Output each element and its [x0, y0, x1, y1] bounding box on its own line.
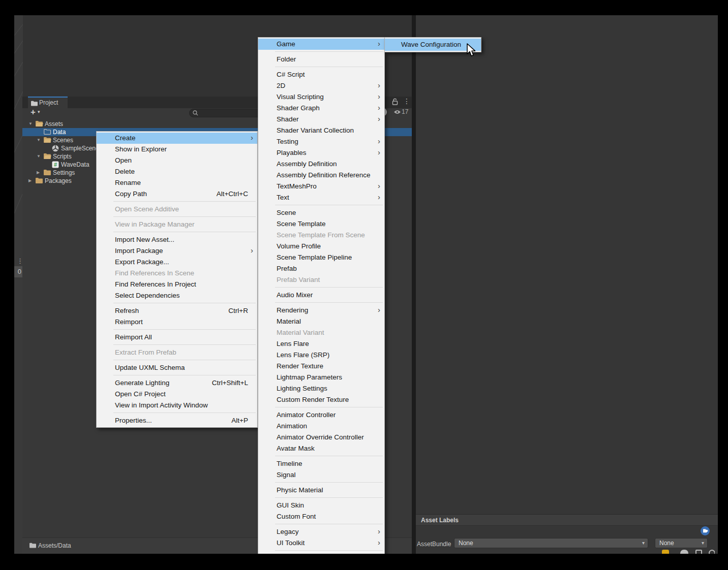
- menu-item-physic-material[interactable]: Physic Material: [258, 485, 384, 496]
- folder-icon: [31, 101, 38, 106]
- foldout-collapsed-icon[interactable]: ▶: [28, 178, 32, 183]
- window-frame-top: [0, 0, 728, 15]
- menu-item-label: Properties...: [115, 417, 152, 424]
- menu-item-game[interactable]: Game›: [258, 39, 384, 50]
- menu-item-shortcut: Ctrl+R: [228, 305, 248, 316]
- menu-item-create[interactable]: Create›: [97, 133, 257, 144]
- menu-item-find-references-in-project[interactable]: Find References In Project: [97, 279, 257, 290]
- menu-item-custom-render-texture[interactable]: Custom Render Texture: [258, 394, 384, 405]
- submenu-chevron-icon: ›: [378, 38, 380, 49]
- menu-item-import-package[interactable]: Import Package›: [97, 245, 257, 257]
- menu-item-lens-flare-srp[interactable]: Lens Flare (SRP): [258, 350, 384, 361]
- foldout-expanded-icon[interactable]: ▼: [37, 154, 41, 159]
- menu-item-textmeshpro[interactable]: TextMeshPro›: [258, 181, 384, 192]
- menu-item-signal[interactable]: Signal: [258, 469, 384, 481]
- menu-separator: [275, 482, 383, 483]
- menu-item-label: Material: [277, 318, 301, 325]
- menu-item-legacy[interactable]: Legacy›: [258, 526, 384, 537]
- menu-item-animator-controller[interactable]: Animator Controller: [258, 409, 384, 421]
- menu-item-label: View in Package Manager: [115, 220, 195, 228]
- menu-item-2d[interactable]: 2D›: [258, 80, 384, 91]
- menu-item-properties[interactable]: Properties...Alt+P: [97, 415, 257, 426]
- menu-item-assembly-definition-reference[interactable]: Assembly Definition Reference: [258, 170, 384, 181]
- menu-item-playables[interactable]: Playables›: [258, 147, 384, 159]
- menu-item-custom-font[interactable]: Custom Font: [258, 511, 384, 522]
- menu-item-refresh[interactable]: RefreshCtrl+R: [97, 305, 257, 316]
- folder-closed-icon: [44, 169, 51, 175]
- menu-item-reimport-all[interactable]: Reimport All: [97, 332, 257, 343]
- foldout-expanded-icon[interactable]: ▼: [28, 121, 33, 126]
- menu-item-animation[interactable]: Animation: [258, 421, 384, 432]
- menu-item-shader-variant-collection[interactable]: Shader Variant Collection: [258, 125, 384, 136]
- menu-item-scene-template-pipeline[interactable]: Scene Template Pipeline: [258, 252, 384, 263]
- menu-item-export-package[interactable]: Export Package...: [97, 257, 257, 268]
- menu-item-timeline[interactable]: Timeline: [258, 458, 384, 469]
- menu-item-reimport[interactable]: Reimport: [97, 316, 257, 328]
- assetbundle-variant-dropdown[interactable]: None ▾: [655, 538, 708, 548]
- menu-item-testing[interactable]: Testing›: [258, 136, 384, 147]
- menu-item-shader[interactable]: Shader›: [258, 114, 384, 125]
- menu-item-rendering[interactable]: Rendering›: [258, 305, 384, 316]
- menu-separator: [113, 201, 256, 202]
- assetbundle-dropdown-value: None: [459, 540, 473, 547]
- menu-item-label: Scene: [277, 209, 296, 216]
- menu-item-scene-template[interactable]: Scene Template: [258, 218, 384, 230]
- menu-item-select-dependencies[interactable]: Select Dependencies: [97, 290, 257, 301]
- menu-separator: [275, 51, 383, 52]
- menu-item-update-uxml-schema[interactable]: Update UXML Schema: [97, 362, 257, 373]
- eye-icon[interactable]: [394, 110, 401, 114]
- tag-badge-icon[interactable]: [701, 526, 710, 535]
- menu-item-visual-scripting[interactable]: Visual Scripting›: [258, 91, 384, 103]
- menu-item-open-c-project[interactable]: Open C# Project: [97, 389, 257, 400]
- menu-item-rename[interactable]: Rename: [97, 177, 257, 188]
- menu-item-material[interactable]: Material: [258, 316, 384, 327]
- menu-item-import-new-asset[interactable]: Import New Asset...: [97, 234, 257, 245]
- add-asset-button[interactable]: +: [31, 107, 36, 117]
- menu-item-render-texture[interactable]: Render Texture: [258, 361, 384, 372]
- add-caret-icon[interactable]: ▾: [38, 109, 40, 114]
- menu-item-delete[interactable]: Delete: [97, 166, 257, 177]
- menu-item-assembly-definition[interactable]: Assembly Definition: [258, 159, 384, 170]
- menu-item-animator-override-controller[interactable]: Animator Override Controller: [258, 432, 384, 443]
- menu-item-open[interactable]: Open: [97, 155, 257, 166]
- menu-item-show-in-explorer[interactable]: Show in Explorer: [97, 144, 257, 155]
- menu-item-label: Import New Asset...: [115, 236, 174, 243]
- left-panel-sliver: ⋮ 0: [14, 15, 23, 554]
- menu-item-shader-graph[interactable]: Shader Graph›: [258, 103, 384, 114]
- menu-item-c-script[interactable]: C# Script: [258, 69, 384, 80]
- menu-separator: [275, 67, 383, 67]
- menu-item-scene[interactable]: Scene: [258, 207, 384, 218]
- menu-item-text[interactable]: Text›: [258, 192, 384, 203]
- menu-item-label: Find References In Scene: [115, 269, 194, 277]
- menu-item-prefab[interactable]: Prefab: [258, 263, 384, 274]
- menu-item-volume-profile[interactable]: Volume Profile: [258, 241, 384, 252]
- lock-open-icon[interactable]: [392, 98, 398, 106]
- menu-item-label: Scene Template Pipeline: [277, 254, 352, 261]
- kebab-menu-icon[interactable]: ⋮: [403, 97, 410, 105]
- menu-item-copy-path[interactable]: Copy PathAlt+Ctrl+C: [97, 188, 257, 200]
- menu-item-ui-toolkit[interactable]: UI Toolkit›: [258, 537, 384, 549]
- refresh-icon[interactable]: [695, 550, 702, 554]
- menu-item-view-in-import-activity-window[interactable]: View in Import Activity Window: [97, 400, 257, 411]
- panel-splitter[interactable]: [412, 15, 416, 554]
- foldout-collapsed-icon[interactable]: ▶: [37, 170, 40, 175]
- asset-labels-header[interactable]: Asset Labels: [416, 514, 718, 526]
- cloud-icon[interactable]: [680, 550, 688, 554]
- menu-item-lightmap-parameters[interactable]: Lightmap Parameters: [258, 372, 384, 383]
- foldout-expanded-icon[interactable]: ▼: [37, 138, 41, 142]
- menu-item-lighting-settings[interactable]: Lighting Settings: [258, 383, 384, 394]
- menu-item-audio-mixer[interactable]: Audio Mixer: [258, 290, 384, 301]
- tab-project[interactable]: Project: [28, 97, 68, 108]
- menu-item-folder[interactable]: Folder: [258, 54, 384, 65]
- warning-icon[interactable]: [662, 550, 669, 554]
- menu-item-label: Game: [277, 40, 295, 48]
- menu-item-avatar-mask[interactable]: Avatar Mask: [258, 443, 384, 454]
- menu-item-generate-lighting[interactable]: Generate LightingCtrl+Shift+L: [97, 377, 257, 389]
- csharp-script-icon: #: [52, 161, 59, 168]
- menu-item-gui-skin[interactable]: GUI Skin: [258, 500, 384, 511]
- menu-item-label: Animator Controller: [277, 411, 336, 419]
- menu-item-label: Custom Render Texture: [277, 396, 349, 403]
- assetbundle-dropdown[interactable]: None ▾: [454, 538, 648, 548]
- menu-item-lens-flare[interactable]: Lens Flare: [258, 338, 384, 350]
- history-icon[interactable]: [709, 550, 715, 554]
